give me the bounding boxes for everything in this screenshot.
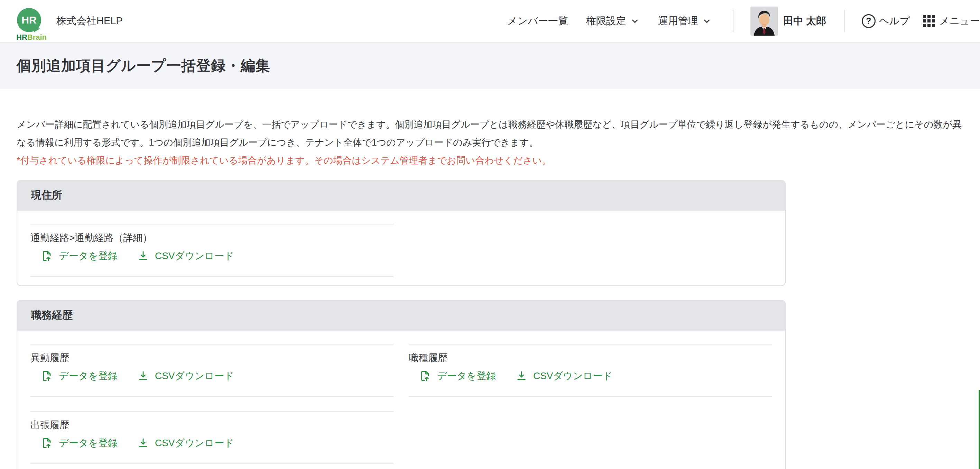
section-header: 現住所	[17, 181, 785, 211]
upload-data-label: データを登録	[59, 250, 118, 262]
grid-menu-icon	[923, 15, 935, 27]
csv-download-label: CSVダウンロード	[533, 369, 612, 383]
item-group-label: 職種履歴	[409, 351, 772, 364]
chevron-down-icon	[702, 16, 712, 26]
nav-permission-settings[interactable]: 権限設定	[586, 14, 640, 28]
app-menu-button[interactable]: メニュー	[923, 14, 980, 28]
logo-wordmark-brain: Brain	[27, 33, 47, 41]
csv-download-label: CSVダウンロード	[155, 437, 234, 450]
item-group-row: 異動履歴 データを登録 CSVダウンロード	[30, 344, 393, 397]
item-actions: データを登録 CSVダウンロード	[30, 250, 393, 262]
upload-data-link[interactable]: データを登録	[41, 369, 118, 383]
csv-download-link[interactable]: CSVダウンロード	[515, 369, 612, 383]
header-divider	[733, 10, 733, 32]
csv-download-link[interactable]: CSVダウンロード	[137, 437, 234, 450]
section-header: 職務経歴	[17, 300, 785, 331]
item-group-row: 通勤経路>通勤経路（詳細） データを登録 CSVダウンロード	[30, 224, 393, 277]
upload-data-link[interactable]: データを登録	[41, 437, 118, 450]
file-upload-icon	[419, 370, 431, 382]
item-group-section: 現住所 通勤経路>通勤経路（詳細） データを登録	[17, 180, 786, 286]
tenant-name: 株式会社HELP	[56, 14, 123, 28]
nav-operation-management-label: 運用管理	[658, 14, 698, 28]
item-actions: データを登録 CSVダウンロード	[409, 369, 772, 383]
download-icon	[515, 370, 528, 382]
csv-download-label: CSVダウンロード	[155, 250, 234, 262]
item-group-section: 職務経歴 異動履歴 データを登録	[17, 300, 786, 469]
main-content: メンバー詳細に配置されている個別追加項目グループを、一括でアップロードできます。…	[0, 89, 980, 469]
csv-download-label: CSVダウンロード	[155, 369, 234, 383]
upload-data-label: データを登録	[59, 369, 118, 383]
logo-wordmark: HRBrain	[16, 33, 47, 42]
avatar-photo	[750, 6, 778, 36]
csv-download-link[interactable]: CSVダウンロード	[137, 369, 234, 383]
section-body: 異動履歴 データを登録 CSVダウンロード	[17, 331, 785, 469]
header-divider	[845, 10, 845, 32]
item-group-label: 通勤経路>通勤経路（詳細）	[30, 231, 393, 245]
page-title: 個別追加項目グループ一括登録・編集	[17, 56, 270, 75]
upload-data-label: データを登録	[59, 437, 118, 450]
page-title-bar: 個別追加項目グループ一括登録・編集	[0, 43, 980, 89]
nav-permission-settings-label: 権限設定	[586, 14, 626, 28]
section-title: 職務経歴	[31, 309, 73, 321]
menu-label: メニュー	[939, 14, 980, 28]
upload-data-label: データを登録	[437, 369, 496, 383]
download-icon	[137, 370, 150, 382]
logo-bubble-icon: HR	[17, 8, 41, 32]
section-body: 通勤経路>通勤経路（詳細） データを登録 CSVダウンロード	[17, 211, 785, 285]
item-actions: データを登録 CSVダウンロード	[30, 369, 393, 383]
file-upload-icon	[41, 370, 53, 382]
top-nav: メンバー一覧 権限設定 運用管理	[507, 14, 712, 28]
hrbrain-logo[interactable]: HR HRBrain	[16, 0, 45, 42]
avatar[interactable]	[750, 6, 778, 36]
logo-wordmark-hr: HR	[16, 33, 27, 41]
download-icon	[137, 250, 150, 262]
item-actions: データを登録 CSVダウンロード	[30, 437, 393, 450]
file-upload-icon	[41, 250, 53, 262]
nav-operation-management[interactable]: 運用管理	[658, 14, 712, 28]
help-icon: ?	[862, 14, 875, 28]
help-button[interactable]: ? ヘルプ	[862, 14, 910, 28]
section-title: 現住所	[31, 189, 62, 200]
file-upload-icon	[41, 437, 53, 449]
item-group-label: 異動履歴	[30, 351, 393, 364]
right-edge-strip	[978, 390, 980, 469]
item-group-label: 出張履歴	[30, 418, 393, 432]
upload-data-link[interactable]: データを登録	[419, 369, 496, 383]
permission-warning: *付与されている権限によって操作が制限されている場合があります。その場合はシステ…	[17, 152, 963, 170]
nav-member-list-label: メンバー一覧	[507, 14, 568, 28]
item-group-row: 出張履歴 データを登録 CSVダウンロード	[30, 411, 393, 464]
help-icon-glyph: ?	[866, 16, 871, 26]
chevron-down-icon	[630, 16, 640, 26]
help-label: ヘルプ	[879, 14, 910, 28]
sections-root: 現住所 通勤経路>通勤経路（詳細） データを登録	[17, 180, 963, 469]
app-header: HR HRBrain 株式会社HELP メンバー一覧 権限設定 運用管理 田中 …	[0, 0, 980, 43]
upload-data-link[interactable]: データを登録	[41, 250, 118, 262]
user-name[interactable]: 田中 太郎	[783, 14, 826, 28]
download-icon	[137, 437, 150, 449]
page-description: メンバー詳細に配置されている個別追加項目グループを、一括でアップロードできます。…	[17, 116, 963, 152]
logo-badge-text: HR	[21, 14, 36, 26]
item-group-row: 職種履歴 データを登録 CSVダウンロード	[409, 344, 772, 397]
csv-download-link[interactable]: CSVダウンロード	[137, 250, 234, 262]
nav-member-list[interactable]: メンバー一覧	[507, 14, 568, 28]
